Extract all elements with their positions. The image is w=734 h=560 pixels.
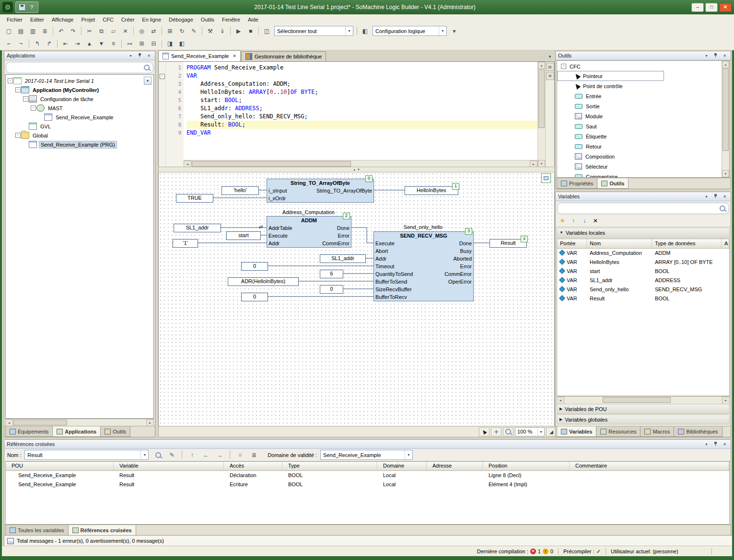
code-line[interactable]: HelloInBytes: ARRAY[0..10]OF BYTE; [186,88,537,96]
input-pin[interactable]: Addr [375,255,386,263]
move-up-icon[interactable]: ↑ [569,217,578,225]
zoom-level-combo[interactable]: 100 % ▼ [515,427,545,436]
tab-proprietes[interactable]: Propriétés [557,178,597,189]
tool-pointeur[interactable]: Pointeur [557,71,664,81]
menu-cfc[interactable]: CFC [99,15,117,24]
move-down-icon[interactable]: ↓ [580,217,589,225]
column-header-adresse[interactable]: Adresse [427,462,483,470]
select-all-combo[interactable]: Sélectionner tout▼ [274,26,353,36]
tab-equipements[interactable]: Équipements [5,426,53,437]
code-line[interactable]: END_VAR [186,129,537,137]
refresh-devices-icon[interactable]: ↻ [176,25,188,36]
tool-sortie[interactable]: Sortie [557,101,722,111]
close-button[interactable]: ✕ [719,3,732,12]
tree-item-send-receive-example[interactable]: Send_Receive_Example [6,113,153,122]
code-line[interactable]: start: BOOL; [186,96,537,104]
order-up-icon[interactable]: ▲ [83,38,95,49]
output-pin[interactable]: Busy [460,247,472,255]
code-line[interactable]: VAR [186,72,537,80]
tab-list-dropdown-icon[interactable]: ▼ [546,53,554,60]
logic-config-combo[interactable]: Configuration logique▼ [373,26,447,36]
cfc-input-sl1-addr[interactable]: SL1_addr [174,224,221,232]
editor-hscrollbar[interactable]: ◄ ► [184,160,537,167]
order-by-flow-icon[interactable]: ≡ [107,38,119,49]
column-header-acces[interactable]: Accès [224,462,282,470]
tree-item-mast[interactable]: -MAST [6,103,153,113]
menu-fenetre[interactable]: Fenêtre [218,15,244,24]
cross-reference-row[interactable]: Send_Receive_ExampleResultEcritureBOOLLo… [6,480,729,489]
close-panel-icon[interactable]: ✕ [721,441,728,447]
tool-module[interactable]: Module [557,111,722,121]
variables-globales-section[interactable]: ▶ Variables globales [557,414,730,424]
declaration-editor[interactable]: - 123456789 PROGRAM Send_Receive_Example… [158,61,555,168]
tab-gestionnaire-de-bibliotheque[interactable]: Gestionnaire de bibliothèque [241,51,326,61]
cfc-block-string-to-arrayofbyte[interactable]: String_TO_ArrayOfBytei_sInputString_TO_A… [267,179,374,203]
cfc-input-timeout-0[interactable]: 0 [241,262,268,271]
scroll-down-icon[interactable]: ▼ [538,160,545,167]
tool-commentaire[interactable]: Commentaire [557,171,722,178]
insert-input-icon[interactable]: ⊞ [136,38,148,49]
search-button[interactable] [152,449,164,460]
output-pin[interactable]: CommError [444,270,472,278]
pan-tool-icon[interactable]: ✛ [491,427,501,436]
cfc-input-adr-helloinbytes[interactable]: ADR(HelloInBytes) [228,277,299,286]
tab-references-croisees[interactable]: Références croisées [68,525,136,536]
scroll-left-icon[interactable]: ◄ [557,397,564,404]
variable-row[interactable]: VARSend_only_helloSEND_RECV_MSG [557,285,729,294]
order-last-icon[interactable]: ⇥ [71,38,83,49]
cfc-input-start[interactable]: start [226,231,261,240]
column-header-pou[interactable]: POU [6,462,114,470]
cfc-input-sl1-addr-2[interactable]: SL1_addr [320,254,366,263]
column-header-variable[interactable]: Variable [114,462,224,470]
undo-icon[interactable]: ↶ [55,25,67,36]
messages-bar[interactable]: Total messages - 1 erreur(s), 0 avertiss… [4,535,734,547]
tool-saut[interactable]: Saut [557,121,722,131]
column-header-type-de-donnees[interactable]: Type de données [652,239,722,248]
cfc-overview-button[interactable] [541,173,551,183]
input-pin[interactable]: Abort [375,247,388,255]
tab-outils[interactable]: Outils [597,178,629,189]
logout-icon[interactable]: ■ [245,25,256,36]
pin-icon[interactable] [712,441,719,447]
tab-variables[interactable]: Variables [557,426,596,437]
cfc-input-bufferrecv-0[interactable]: 0 [241,293,268,301]
output-pin[interactable]: Done [459,240,472,247]
column-header-nom[interactable]: Nom [587,239,652,248]
route-lines-icon[interactable]: ◨ [164,38,176,49]
tabular-view-icon[interactable]: ⊞ [546,72,554,80]
previous-reference-button[interactable]: ← [200,449,212,460]
generate-code-icon[interactable]: ⇓ [216,25,228,36]
minimize-button[interactable]: – [691,3,704,12]
goto-declaration-button[interactable]: ↑ [186,449,198,460]
build-icon[interactable]: ⚒ [204,25,216,36]
tool-point-de-controle[interactable]: Point de contrôle [557,81,722,91]
pin-icon[interactable] [136,53,143,59]
tab-ressources[interactable]: Ressources [596,426,641,437]
tool-composition[interactable]: Composition [557,151,722,161]
negation-icon[interactable]: ⌐ [3,38,15,49]
panel-menu-icon[interactable]: ▾ [127,53,134,59]
logic-view-icon[interactable]: ◧ [359,25,371,36]
input-pin[interactable]: AddrTable [268,224,292,232]
column-header-a[interactable]: A [722,239,729,248]
copy-icon[interactable]: ⧉ [95,25,107,36]
close-panel-icon[interactable]: ✕ [721,194,728,200]
panel-menu-icon[interactable]: ▾ [703,194,710,200]
scroll-down-icon[interactable]: ▼ [722,170,729,177]
tree-item-global[interactable]: -Global [6,131,153,140]
cfc-input-one[interactable]: '1' [173,239,198,248]
input-pin[interactable]: Execute [268,232,288,240]
variables-locales-section[interactable]: ▼ Variables locales [557,228,730,238]
close-tab-icon[interactable]: ✕ [233,54,236,58]
quick-save-button[interactable] [18,3,26,11]
input-pin[interactable]: QuantityToSend [375,270,413,278]
cfc-block-send-recv-msg[interactable]: SEND_RECV_MSGExecuteDoneAbortBusyAddrAbo… [373,231,474,301]
tab-applications[interactable]: Applications [52,426,101,437]
scroll-right-icon[interactable]: ► [722,397,730,404]
code-line[interactable]: SL1_addr: ADDRESS; [186,104,537,113]
output-pin[interactable]: Aborted [453,255,472,263]
maximize-button[interactable]: □ [705,3,718,12]
pointer-tool-icon[interactable] [479,427,489,436]
cfc-input-hello[interactable]: 'hello' [221,186,259,195]
tab-outils[interactable]: Outils [100,426,130,437]
